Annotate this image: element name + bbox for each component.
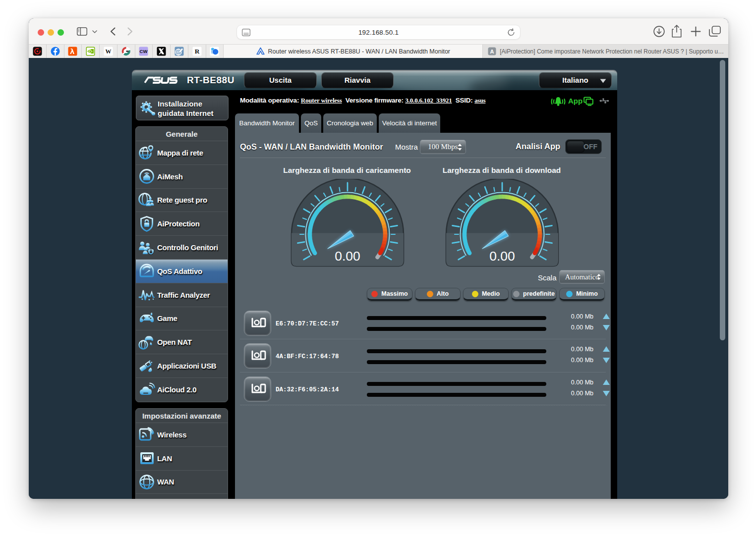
- svg-text:0.00: 0.00: [489, 249, 515, 264]
- svg-text:W: W: [105, 48, 111, 55]
- svg-text:A: A: [490, 49, 494, 54]
- svg-text:R: R: [194, 48, 199, 55]
- svg-text:0.00: 0.00: [335, 249, 360, 264]
- svg-text:CW: CW: [140, 49, 148, 54]
